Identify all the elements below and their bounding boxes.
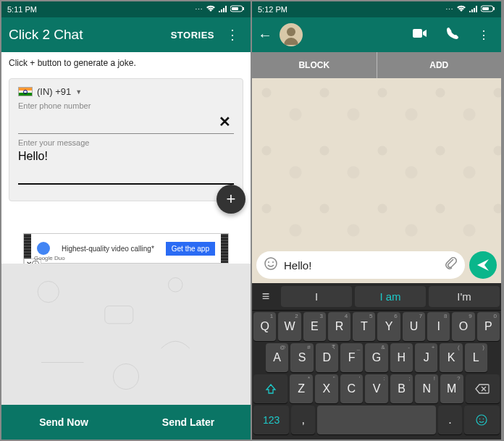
key-i[interactable]: I8 [427, 312, 450, 341]
message-value: Hello! [18, 150, 48, 162]
key-g[interactable]: G& [365, 343, 387, 372]
send-now-button[interactable]: Send Now [1, 405, 126, 440]
key-j[interactable]: J+ [415, 343, 437, 372]
bottom-bar: Send Now Send Later [1, 405, 251, 440]
svg-rect-8 [493, 7, 495, 10]
plus-icon: + [227, 190, 236, 209]
signal-icon [469, 5, 478, 14]
backspace-key[interactable] [466, 374, 500, 403]
key-s[interactable]: S# [290, 343, 313, 372]
clear-icon[interactable]: ✕ [216, 113, 234, 130]
more-icon: ⋯ [195, 5, 203, 14]
key-m[interactable]: M? [440, 374, 463, 403]
key-n[interactable]: N! [415, 374, 438, 403]
comma-key[interactable]: , [291, 406, 315, 434]
block-add-row: BLOCK ADD [252, 52, 501, 78]
message-label: Enter your message [18, 138, 234, 147]
key-b[interactable]: B; [390, 374, 413, 403]
status-icons: ⋯ [445, 5, 495, 14]
call-icon[interactable] [440, 27, 465, 43]
status-time: 5:12 PM [258, 5, 287, 14]
key-d[interactable]: D₹ [316, 343, 338, 372]
send-button[interactable] [469, 251, 497, 279]
key-x[interactable]: X" [315, 374, 338, 403]
key-a[interactable]: A@ [266, 343, 288, 372]
more-icon: ⋯ [445, 5, 453, 14]
ad-cta-button[interactable]: Get the app [166, 242, 215, 256]
message-input[interactable]: Hello! [18, 147, 234, 185]
svg-rect-2 [232, 7, 238, 10]
wifi-icon [206, 5, 216, 14]
key-k[interactable]: K( [440, 343, 462, 372]
svg-rect-4 [105, 306, 133, 324]
country-code: (IN) +91 [37, 86, 71, 97]
key-w[interactable]: W2 [278, 312, 301, 341]
svg-point-12 [265, 258, 277, 269]
phone-label: Enter phone number [18, 101, 234, 110]
avatar[interactable] [280, 23, 303, 46]
ad-brand: Google Duo [34, 255, 65, 261]
message-pill[interactable]: Hello! [256, 251, 465, 279]
battery-icon [230, 5, 245, 14]
status-time: 5:11 PM [7, 5, 37, 14]
key-p[interactable]: P0 [477, 312, 500, 341]
send-later-button[interactable]: Send Later [126, 405, 251, 440]
ad-banner[interactable]: Highest-quality video calling* Get the a… [23, 233, 229, 264]
app-title: Click 2 Chat [9, 27, 164, 43]
svg-point-17 [483, 419, 484, 420]
dropdown-icon: ▼ [75, 88, 82, 96]
app-titlebar: Click 2 Chat STORIES ⋮ [1, 17, 251, 52]
key-o[interactable]: O9 [452, 312, 474, 341]
duo-icon [37, 242, 50, 255]
suggestion-2[interactable]: I am [355, 286, 426, 307]
signal-icon [219, 5, 227, 14]
key-q[interactable]: Q1 [253, 312, 276, 341]
key-t[interactable]: T5 [353, 312, 375, 341]
ad-text: Highest-quality video calling* [54, 245, 161, 253]
key-u[interactable]: U7 [403, 312, 425, 341]
svg-point-13 [268, 261, 269, 263]
emoji-icon[interactable] [264, 256, 278, 274]
key-v[interactable]: V: [365, 374, 388, 403]
suggestion-1[interactable]: I [281, 286, 352, 307]
country-selector[interactable]: (IN) +91 ▼ [18, 86, 234, 97]
chat-area[interactable] [252, 78, 501, 247]
fab-add-button[interactable]: + [217, 185, 245, 214]
key-y[interactable]: Y6 [377, 312, 400, 341]
wifi-icon [456, 5, 466, 14]
space-key[interactable] [317, 406, 436, 434]
svg-point-14 [272, 261, 274, 263]
overflow-menu-icon[interactable]: ⋮ [222, 27, 243, 43]
period-key[interactable]: . [438, 406, 462, 434]
compose-text: Hello! [284, 259, 439, 272]
status-bar: 5:11 PM ⋯ [1, 1, 251, 17]
back-icon[interactable]: ← [258, 27, 272, 43]
svg-rect-9 [482, 7, 489, 10]
flag-icon [18, 87, 33, 96]
key-r[interactable]: R4 [328, 312, 350, 341]
stories-button[interactable]: STORIES [171, 30, 214, 41]
keyboard: ≡ I I am I'm Q1W2E3R4T5Y6U7I8O9P0 A@S#D₹… [252, 283, 501, 440]
overflow-menu-icon[interactable]: ⋮ [472, 28, 495, 42]
svg-point-15 [476, 415, 487, 425]
key-z[interactable]: Z* [290, 374, 313, 403]
key-f[interactable]: F_ [340, 343, 363, 372]
key-c[interactable]: C' [340, 374, 364, 403]
videocall-icon[interactable] [407, 28, 433, 41]
svg-point-6 [113, 364, 138, 389]
key-l[interactable]: L) [465, 343, 487, 372]
block-button[interactable]: BLOCK [252, 52, 377, 78]
attach-icon[interactable] [445, 257, 458, 273]
numbers-key[interactable]: 123 [253, 406, 289, 434]
key-h[interactable]: H- [390, 343, 413, 372]
svg-rect-1 [243, 7, 244, 10]
suggestion-3[interactable]: I'm [429, 286, 500, 307]
keyboard-menu-icon[interactable]: ≡ [252, 283, 280, 310]
key-e[interactable]: E3 [303, 312, 326, 341]
shift-key[interactable] [253, 374, 287, 403]
add-button[interactable]: ADD [377, 52, 502, 78]
battery-icon [481, 5, 495, 14]
enter-key[interactable] [464, 406, 500, 434]
phone-input[interactable]: ✕ [18, 110, 234, 134]
svg-point-3 [38, 281, 59, 302]
